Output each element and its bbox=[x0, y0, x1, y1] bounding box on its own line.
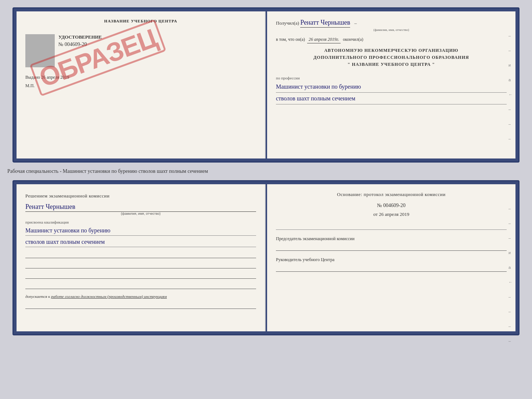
margin-dash-2: – bbox=[508, 48, 513, 53]
sig-line-3 bbox=[25, 272, 256, 279]
protocol-number: № 004609-20 bbox=[276, 203, 507, 209]
vydano-label: Выдано bbox=[25, 75, 40, 80]
vydano-line: Выдано 26 апреля 2019 bbox=[25, 75, 256, 80]
margin-arrow: ← bbox=[508, 92, 513, 97]
photo-placeholder bbox=[25, 34, 55, 67]
org-block: АВТОНОМНУЮ НЕКОММЕРЧЕСКУЮ ОРГАНИЗАЦИЮ ДО… bbox=[276, 47, 507, 68]
b-margin-dash-6: – bbox=[508, 324, 513, 328]
director-label: Руководитель учебного Центра bbox=[276, 257, 507, 263]
person-block: Ренатт Чернышев (фамилия, имя, отчество) bbox=[25, 203, 256, 215]
b-margin-dash-1: – bbox=[508, 206, 513, 211]
right-margin-marks: – – и а ← – – – bbox=[508, 33, 513, 141]
received-line: Получил(а) Ренатт Чернышев – (фамилия, и… bbox=[276, 19, 507, 32]
osnov-label: Основание: протокол экзаменационной коми… bbox=[276, 192, 507, 197]
b-margin-dash-7: – bbox=[508, 339, 513, 343]
bottom-left-page: Решением экзаменационной комиссии Ренатт… bbox=[17, 184, 266, 331]
signature-lines bbox=[25, 252, 256, 289]
chairman-label: Председатель экзаменационной комиссии bbox=[276, 236, 507, 242]
vydano-date: 26 апреля 2019 bbox=[41, 75, 69, 80]
b-margin-dash-5: – bbox=[508, 309, 513, 314]
sig-line-1 bbox=[25, 252, 256, 258]
org-line3: " НАЗВАНИЕ УЧЕБНОГО ЦЕНТРА " bbox=[276, 61, 507, 68]
chairman-sig-line bbox=[276, 246, 507, 251]
top-document-pair: ОБРАЗЕЦ НАЗВАНИЕ УЧЕБНОГО ЦЕНТРА УДОСТОВ… bbox=[12, 7, 520, 163]
margin-dash-1: – bbox=[508, 33, 513, 38]
udost-number: № 004609-20 bbox=[58, 42, 256, 47]
top-left-title: НАЗВАНИЕ УЧЕБНОГО ЦЕНТРА bbox=[25, 19, 256, 23]
margin-dash-5: – bbox=[508, 136, 513, 141]
b-margin-arrow: ← bbox=[508, 280, 513, 284]
b-margin-dash-3: – bbox=[508, 236, 513, 240]
person-name-sublabel: (фамилия, имя, отчество) bbox=[25, 212, 256, 215]
protocol-date: от 26 апреля 2019 bbox=[276, 211, 507, 217]
margin-a: а bbox=[508, 78, 513, 82]
person-name: Ренатт Чернышев bbox=[25, 203, 256, 212]
bottom-right-page: Основание: протокол экзаменационной коми… bbox=[267, 184, 515, 331]
completed-suffix: окончил(а) bbox=[343, 37, 363, 42]
top-left-page: ОБРАЗЕЦ НАЗВАНИЕ УЧЕБНОГО ЦЕНТРА УДОСТОВ… bbox=[17, 11, 266, 158]
in-that-prefix: в том, что он(а) bbox=[276, 37, 305, 42]
bottom-document-pair: Решением экзаменационной комиссии Ренатт… bbox=[12, 180, 520, 335]
date-underline bbox=[276, 225, 507, 230]
b-margin-dash-2: – bbox=[508, 221, 513, 225]
recipient-name: Ренатт Чернышев bbox=[300, 19, 350, 28]
protocol-date-prefix: от bbox=[373, 211, 378, 217]
admitted-prefix: допускается к bbox=[25, 294, 50, 299]
admitted-text: допускается к работе согласно должностны… bbox=[25, 294, 256, 299]
protocol-date-value: 26 апреля 2019 bbox=[379, 211, 409, 217]
admitted-detail: работе согласно должностным (производств… bbox=[51, 294, 167, 299]
qualification-line1: Машинист установки по бурению bbox=[25, 226, 256, 236]
profession-prefix: по профессии bbox=[276, 76, 300, 80]
top-right-page: Получил(а) Ренатт Чернышев – (фамилия, и… bbox=[267, 11, 515, 158]
profession-line1: Машинист установки по бурению bbox=[276, 82, 507, 93]
sig-line-4 bbox=[25, 282, 256, 289]
b-margin-dash-4: – bbox=[508, 295, 513, 299]
between-label: Рабочая специальность - Машинист установ… bbox=[7, 167, 208, 176]
in-that-line: в том, что он(а) 26 апреля 2019г. окончи… bbox=[276, 37, 507, 43]
name-sublabel: (фамилия, имя, отчество) bbox=[276, 28, 507, 32]
b-margin-i: и bbox=[508, 250, 513, 255]
margin-dash-3: – bbox=[508, 107, 513, 111]
margin-i: и bbox=[508, 63, 513, 67]
mp-line: М.П. bbox=[25, 83, 256, 89]
completed-date: 26 апреля 2019г. bbox=[307, 37, 341, 43]
assigned-label: присвоена квалификация bbox=[25, 220, 256, 224]
udost-text: УДОСТОВЕРЕНИЕ № 004609-20 bbox=[58, 34, 256, 47]
b-margin-a: а bbox=[508, 265, 513, 270]
dash1: – bbox=[355, 20, 357, 26]
bottom-right-margin-marks: – – – и а ← – – – – bbox=[508, 206, 513, 343]
final-line bbox=[25, 302, 256, 309]
decision-text: Решением экзаменационной комиссии bbox=[25, 192, 256, 200]
org-line1: АВТОНОМНУЮ НЕКОММЕРЧЕСКУЮ ОРГАНИЗАЦИЮ bbox=[276, 47, 507, 54]
profession-line2: стволов шахт полным сечением bbox=[276, 94, 507, 104]
org-line2: ДОПОЛНИТЕЛЬНОГО ПРОФЕССИОНАЛЬНОГО ОБРАЗО… bbox=[276, 54, 507, 61]
udostoverenie-block: УДОСТОВЕРЕНИЕ № 004609-20 bbox=[25, 34, 256, 67]
qualification-line2: стволов шахт полным сечением bbox=[25, 237, 256, 247]
profession-block: по профессии Машинист установки по бурен… bbox=[276, 74, 507, 104]
received-prefix: Получил(а) bbox=[276, 20, 299, 26]
sig-line-2 bbox=[25, 262, 256, 268]
udost-label: УДОСТОВЕРЕНИЕ bbox=[58, 34, 256, 40]
director-sig-line bbox=[276, 267, 507, 272]
margin-dash-4: – bbox=[508, 122, 513, 126]
